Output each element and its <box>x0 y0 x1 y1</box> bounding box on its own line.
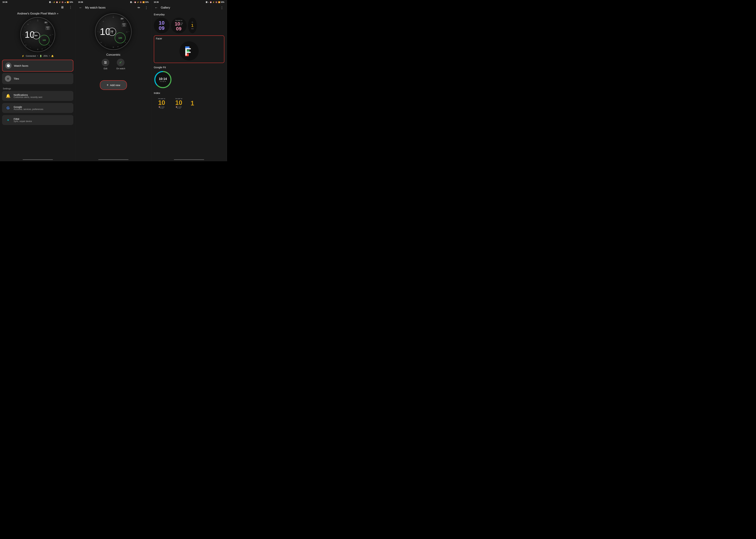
status-bar-3: 10:36 🖼 ♪ ⏰ ⚡ 🔇 📶 53% <box>151 0 227 4</box>
svg-text:20: 20 <box>125 42 126 43</box>
index-label: Index <box>154 90 224 96</box>
on-watch-action[interactable]: ✓ On watch <box>116 59 125 70</box>
time-1: 10:36 <box>2 1 7 3</box>
svg-text:20: 20 <box>48 44 50 46</box>
sound-icon: 🔇 <box>61 1 63 3</box>
bell-icon: 🔔 <box>51 55 54 57</box>
add-new-button[interactable]: + Add new <box>100 80 127 90</box>
svg-line-8 <box>24 42 25 42</box>
fit-watch-thumb[interactable]: 10:14 Tue, Apr 29 <box>154 70 172 89</box>
panel2-title: My watch faces <box>85 6 134 9</box>
more-menu-icon-1[interactable]: ⋮ <box>68 5 73 10</box>
panel1-header: 🖥 ⋮ <box>0 4 75 11</box>
time-3: 10:36 <box>154 1 159 3</box>
bell-menu-icon: 🔔 <box>5 94 11 98</box>
back-button-3[interactable]: ← <box>153 5 159 11</box>
edit-label: Edit <box>104 67 107 70</box>
wifi-icon: ▲ <box>64 1 66 3</box>
watch-faces-label: Watch faces <box>14 64 28 67</box>
facer-thumb[interactable]: F <box>180 41 199 60</box>
status-bar-2: 10:36 🖼 ♪ ⏰ ⚡ 🔇 📶 53% <box>76 0 151 4</box>
more-icon-2[interactable]: ⋮ <box>143 5 149 11</box>
svg-line-4 <box>50 42 51 42</box>
status-icons-3: 🖼 ♪ ⏰ ⚡ 🔇 📶 53% <box>206 1 224 3</box>
facer-logo-svg: F <box>184 45 194 57</box>
sound-icon-3: 🔇 <box>215 1 217 3</box>
svg-text:15: 15 <box>126 31 127 33</box>
edit-action[interactable]: Edit <box>102 59 109 70</box>
google-text-group: Google Accounts, services, preferences <box>14 106 43 111</box>
battery-pct-1: 53% <box>69 1 73 3</box>
battery-pct-3: 53% <box>221 1 224 3</box>
gallery-face-3-partial[interactable]: TH 1 ♥ 68 <box>188 18 197 33</box>
svg-line-5 <box>45 47 45 48</box>
watch-face-name: Concentric <box>76 52 151 59</box>
everyday-row: 10 09 THU MAY 24 10 ♥ 68 89° <box>151 17 227 35</box>
lightning-icon: ⚡ <box>53 1 55 3</box>
alarm-icon-3: ⏰ <box>210 1 212 3</box>
svg-text:25: 25 <box>117 46 119 47</box>
panel2-watch-circle: 45 15 30 00 40 25 20 55 25 10 0935 89° M… <box>95 13 132 50</box>
svg-line-23 <box>126 23 127 24</box>
fitbit-sub: Sync, unpair device <box>14 120 32 122</box>
facer-thumb-container: F <box>154 41 224 63</box>
sliders-svg <box>104 60 107 64</box>
facer-label: Facer <box>154 36 224 41</box>
google-item[interactable]: G Google Accounts, services, preferences <box>2 103 73 113</box>
svg-text:45: 45 <box>113 17 114 18</box>
tiles-icon-circle: ⊞ <box>5 75 11 82</box>
index-face-2[interactable]: THU MAY 24 10 📅 11:00AM ⬆ 1,123 <box>171 96 187 111</box>
fitbit-text-group: Fitbit Sync, unpair device <box>14 117 32 122</box>
music-icon-3: ♪ <box>208 1 209 3</box>
more-icon-3[interactable]: ⋮ <box>219 5 225 11</box>
watch-title-row: Andrew's Google Pixel Watch ▾ <box>0 11 75 17</box>
notifications-item[interactable]: 🔔 Notifications Customize alerts, recent… <box>2 91 73 101</box>
svg-text:F: F <box>185 46 191 57</box>
watch-faces-icon-circle: 🕐 <box>5 62 12 69</box>
panel2-watch-inner: 45 15 30 00 40 25 20 55 25 10 0935 89° M… <box>96 14 131 49</box>
google-icon: G <box>5 106 11 110</box>
cast-icon[interactable]: 🖥 <box>59 5 65 10</box>
google-fit-label: Google Fit <box>154 64 224 70</box>
svg-text:55: 55 <box>25 44 27 46</box>
gallery-face-2[interactable]: THU MAY 24 10 ♥ 68 89° 09 <box>171 18 187 33</box>
index-face-3-partial[interactable]: 1 <box>188 96 197 111</box>
watch-faces-item[interactable]: 🕐 Watch faces <box>2 60 73 72</box>
back-button-2[interactable]: ← <box>78 5 83 11</box>
edit-icon-2[interactable]: ✏ <box>136 5 142 11</box>
svg-line-26 <box>121 45 122 46</box>
google-fit-section: Google Fit 10:14 Tue, Apr 29 <box>151 64 227 90</box>
watch-ring: 100 <box>39 35 49 45</box>
bt-icon-2: ⚡ <box>137 1 139 3</box>
checkmark-icon: ✓ <box>119 60 122 65</box>
connected-text: Connected <box>26 55 36 57</box>
google-sub: Accounts, services, preferences <box>14 108 43 111</box>
tiles-item[interactable]: ⊞ Tiles <box>2 73 73 84</box>
clock-icon: 🕐 <box>7 64 10 67</box>
notifications-sub: Customize alerts, recently sent <box>14 96 42 99</box>
tiles-icon: ⊞ <box>7 77 9 80</box>
panel2-watch-display[interactable]: 45 15 30 00 40 25 20 55 25 10 0935 89° M… <box>76 13 151 52</box>
watch-face-display[interactable]: 45 15 30 00 40 25 20 55 25 10 09 35 <box>0 17 75 54</box>
watch-circle: 45 15 30 00 40 25 20 55 25 10 09 35 <box>20 17 55 52</box>
edit-icon-circle <box>102 59 109 66</box>
bottom-bar-1 <box>23 159 53 160</box>
photo-icon-2: 🖼 <box>130 1 132 3</box>
svg-text:25: 25 <box>42 48 43 49</box>
index-section: Index THU MAY 24 10 📅 11:00AM ⬆ 1,123 TH… <box>151 90 227 111</box>
fitbit-item[interactable]: ✦ Fitbit Sync, unpair device <box>2 115 73 125</box>
fit-thumb-row: 10:14 Tue, Apr 29 <box>154 70 224 90</box>
panel2-temp: 89° <box>120 18 124 20</box>
svg-text:15: 15 <box>49 35 51 36</box>
svg-text:40: 40 <box>46 24 48 25</box>
index-face-1[interactable]: THU MAY 24 10 📅 11:00AM ⬆ 1,123 <box>154 96 170 111</box>
dropdown-chevron[interactable]: ▾ <box>57 12 58 15</box>
svg-text:25: 25 <box>103 21 104 22</box>
watch-date: MAY 24 <box>45 26 50 30</box>
watch-face-inner: 45 15 30 00 40 25 20 55 25 10 09 35 <box>21 18 55 51</box>
gallery-face-1[interactable]: 10 09 <box>154 18 170 33</box>
facer-section: Facer F <box>154 36 224 63</box>
add-new-container: + Add new <box>76 74 151 95</box>
status-bar-1: 10:36 🖼 ♪ ⚡ ⏰ ⚡ 🔇 ▲ 📶 53% <box>0 0 75 4</box>
alarm-icon: ⏰ <box>56 1 58 3</box>
